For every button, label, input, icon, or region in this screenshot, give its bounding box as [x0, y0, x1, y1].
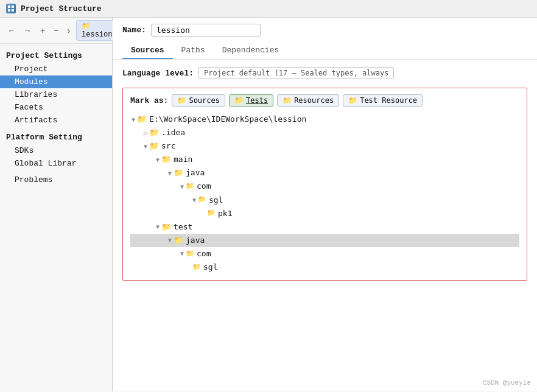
- tree-row[interactable]: 📁 pk1: [130, 207, 519, 220]
- chevron-down-icon: ▼: [156, 155, 160, 165]
- sidebar-item-facets[interactable]: Facets: [0, 101, 112, 114]
- sources-folder-sm-icon: 📁: [186, 181, 194, 192]
- chevron-right-icon: ▷: [144, 128, 147, 138]
- mark-test-resources-button[interactable]: 📁 Test Resource: [343, 94, 423, 107]
- tree-row[interactable]: ▼ 📁 com: [130, 247, 519, 261]
- language-label: Language level:: [122, 69, 194, 78]
- tab-paths[interactable]: Paths: [173, 43, 214, 59]
- tree-row[interactable]: ▼ 📁 test: [130, 220, 519, 234]
- name-row: Name:: [122, 24, 527, 37]
- left-toolbar: ← → + − › 📁 lession: [0, 18, 112, 44]
- tree-node-label: sgl: [203, 261, 217, 274]
- tree-row[interactable]: ▷ 📁 .idea: [130, 126, 519, 139]
- name-label: Name:: [122, 26, 146, 35]
- title-bar: Project Structure: [0, 0, 537, 18]
- nav-arrows: ← →: [5, 24, 34, 37]
- test-resources-label: Test Resource: [360, 96, 417, 105]
- mark-sources-button[interactable]: 📁 Sources: [172, 94, 225, 107]
- sidebar-item-sdks[interactable]: SDKs: [0, 144, 112, 157]
- resources-folder-icon: 📁: [283, 96, 292, 105]
- svg-rect-1: [12, 5, 14, 8]
- back-button[interactable]: ←: [5, 24, 18, 37]
- folder-icon: 📁: [149, 139, 159, 153]
- language-select[interactable]: Project default (17 – Sealed types, alwa…: [198, 67, 394, 79]
- forward-button[interactable]: →: [21, 24, 34, 37]
- remove-module-button[interactable]: −: [51, 24, 61, 37]
- main-layout: ← → + − › 📁 lession Project Settings Pro…: [0, 18, 537, 391]
- tree-row[interactable]: ▼ 📁 main: [130, 153, 519, 166]
- tree-row[interactable]: ▼ 📁 java: [130, 166, 519, 180]
- tests-folder-icon: 📁: [174, 234, 183, 247]
- tests-label: Tests: [246, 96, 268, 105]
- platform-settings-title: Platform Setting: [0, 127, 112, 144]
- tree-node-label: E:\WorkSpace\IDEWorkSpace\lession: [149, 113, 306, 126]
- add-module-button[interactable]: +: [38, 24, 47, 37]
- folder-icon: 📁: [161, 220, 171, 234]
- sources-folder-icon: 📁: [177, 96, 186, 105]
- sources-folder-sm-icon: 📁: [192, 262, 201, 273]
- chevron-down-icon: ▼: [132, 114, 135, 125]
- mark-as-label: Mark as:: [130, 96, 168, 105]
- name-input[interactable]: [151, 24, 261, 37]
- tree-row[interactable]: ▼ 📁 sgl: [130, 194, 519, 207]
- mark-as-row: Mark as: 📁 Sources 📁 Tests 📁 Resources: [130, 94, 519, 107]
- content-area: Language level: Project default (17 – Se…: [113, 60, 537, 391]
- tab-sources[interactable]: Sources: [122, 43, 173, 59]
- chevron-down-icon: ▼: [192, 195, 196, 205]
- chevron-down-icon: ▼: [156, 222, 160, 232]
- tree-node-label: test: [174, 220, 192, 234]
- sidebar-item-artifacts[interactable]: Artifacts: [0, 114, 112, 127]
- right-header: Name: Sources Paths Dependencies: [113, 18, 537, 60]
- mark-as-box: Mark as: 📁 Sources 📁 Tests 📁 Resources: [122, 88, 527, 281]
- project-settings-title: Project Settings: [0, 49, 112, 63]
- folder-icon: 📁: [137, 113, 147, 126]
- tree-node-label: com: [197, 180, 211, 193]
- sidebar-item-modules[interactable]: Modules: [0, 75, 112, 88]
- tree-node-label: pk1: [218, 207, 232, 220]
- app-icon: [6, 4, 16, 13]
- tree-row[interactable]: ▼ 📁 com: [130, 180, 519, 193]
- chevron-down-icon: ▼: [168, 168, 172, 178]
- sources-folder-sm-icon: 📁: [207, 208, 216, 219]
- chevron-down-icon: ▼: [144, 141, 147, 152]
- tree-node-label: .idea: [161, 126, 185, 139]
- folder-icon: 📁: [149, 126, 159, 139]
- module-tab-label: lession: [82, 30, 112, 39]
- sidebar-item-problems[interactable]: Problems: [0, 173, 112, 186]
- left-panel: ← → + − › 📁 lession Project Settings Pro…: [0, 18, 113, 391]
- chevron-down-icon: ▼: [180, 181, 184, 192]
- sidebar-item-libraries[interactable]: Libraries: [0, 88, 112, 101]
- sources-folder-icon: 📁: [174, 166, 183, 180]
- svg-rect-0: [8, 5, 10, 8]
- svg-rect-3: [12, 9, 14, 12]
- tree-node-label: sgl: [209, 194, 223, 207]
- mark-tests-button[interactable]: 📁 Tests: [229, 94, 273, 107]
- resources-label: Resources: [294, 96, 334, 105]
- sources-folder-sm-icon: 📁: [186, 248, 194, 260]
- tree-node-label: src: [161, 139, 175, 153]
- folder-icon: 📁: [161, 153, 171, 166]
- module-tab[interactable]: 📁 lession: [76, 20, 118, 41]
- tree-node-label: java: [186, 166, 205, 180]
- tree-row[interactable]: 📁 sgl: [130, 261, 519, 274]
- tabs-row: Sources Paths Dependencies: [122, 43, 527, 59]
- tree-row[interactable]: ▼ 📁 java: [130, 234, 519, 247]
- sources-label: Sources: [189, 96, 220, 105]
- tree-row[interactable]: ▼ 📁 src: [130, 139, 519, 153]
- language-row: Language level: Project default (17 – Se…: [122, 67, 527, 79]
- sources-folder-sm-icon: 📁: [198, 194, 206, 206]
- mark-resources-button[interactable]: 📁 Resources: [277, 94, 339, 107]
- svg-rect-2: [8, 9, 10, 12]
- sidebar-item-global-libraries[interactable]: Global Librar: [0, 157, 112, 170]
- tests-folder-icon: 📁: [234, 96, 244, 105]
- module-icon: 📁: [82, 23, 90, 30]
- sidebar-item-project[interactable]: Project: [0, 63, 112, 75]
- test-resources-folder-icon: 📁: [348, 96, 357, 105]
- expand-button[interactable]: ›: [65, 24, 72, 37]
- tree-node-label: main: [174, 153, 192, 166]
- tree-row[interactable]: ▼ 📁 E:\WorkSpace\IDEWorkSpace\lession: [130, 113, 519, 126]
- chevron-down-icon: ▼: [168, 235, 172, 245]
- tab-dependencies[interactable]: Dependencies: [214, 43, 288, 59]
- watermark: CSDN @yueyle: [483, 379, 531, 387]
- chevron-down-icon: ▼: [180, 248, 184, 259]
